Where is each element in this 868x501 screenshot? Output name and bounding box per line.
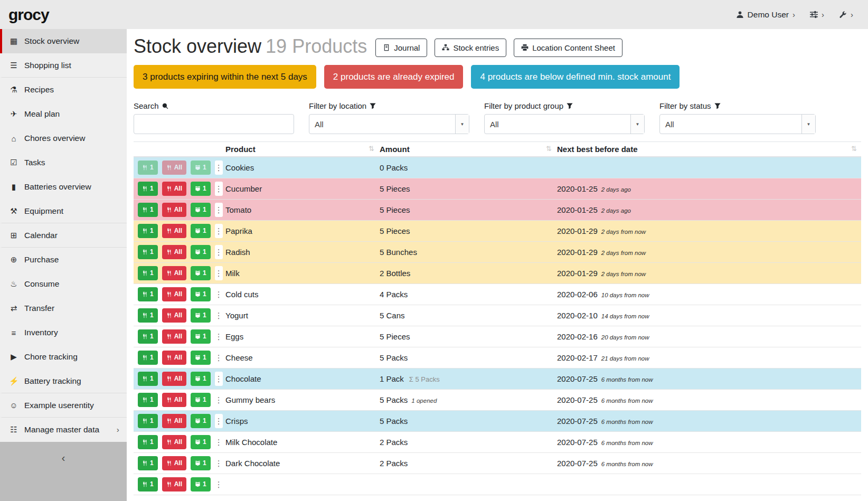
row-menu-button[interactable]: ⋮ xyxy=(215,160,223,175)
search-input[interactable] xyxy=(134,114,294,134)
open-one-button[interactable]: 1 xyxy=(191,287,211,301)
consume-all-button[interactable]: All xyxy=(162,182,186,196)
consume-all-button[interactable]: All xyxy=(162,287,186,301)
sort-icon[interactable]: ⇅ xyxy=(546,145,552,153)
row-menu-button[interactable]: ⋮ xyxy=(215,414,223,428)
consume-one-button[interactable]: 1 xyxy=(138,203,158,217)
consume-all-button[interactable]: All xyxy=(162,477,186,491)
sidebar-item-batteries-overview[interactable]: ▮ Batteries overview xyxy=(0,175,127,199)
row-menu-button[interactable]: ⋮ xyxy=(215,224,223,238)
open-one-button[interactable]: 1 xyxy=(191,329,211,344)
consume-all-button[interactable]: All xyxy=(162,224,186,238)
product-column-header[interactable]: Product⇅ xyxy=(224,142,379,157)
consume-one-button[interactable]: 1 xyxy=(138,393,158,407)
consume-all-button[interactable]: All xyxy=(162,160,186,175)
row-menu-button[interactable]: ⋮ xyxy=(215,393,223,407)
consume-one-button[interactable]: 1 xyxy=(138,182,158,196)
sidebar-item-equipment[interactable]: ⚒ Equipment xyxy=(0,199,127,223)
open-one-button[interactable]: 1 xyxy=(191,477,211,491)
consume-one-button[interactable]: 1 xyxy=(138,160,158,175)
sidebar-item-purchase[interactable]: ⊕ Purchase xyxy=(0,248,127,272)
sidebar-item-manage-master-data[interactable]: ☷ Manage master data › xyxy=(0,418,127,442)
sidebar-item-chore-tracking[interactable]: ▶ Chore tracking xyxy=(0,345,127,369)
open-one-button[interactable]: 1 xyxy=(191,393,211,407)
consume-one-button[interactable]: 1 xyxy=(138,414,158,428)
journal-button[interactable]: Journal xyxy=(375,39,427,57)
open-one-button[interactable]: 1 xyxy=(191,245,211,259)
consume-all-button[interactable]: All xyxy=(162,308,186,323)
sidebar-collapse-button[interactable]: ‹ xyxy=(0,442,127,501)
user-menu[interactable]: Demo User › xyxy=(736,10,795,20)
row-menu-button[interactable]: ⋮ xyxy=(215,329,223,344)
row-menu-button[interactable]: ⋮ xyxy=(215,308,223,323)
open-one-button[interactable]: 1 xyxy=(191,308,211,323)
consume-one-button[interactable]: 1 xyxy=(138,287,158,301)
sidebar-item-example-userentity[interactable]: ☺ Example userentity xyxy=(0,393,127,418)
sidebar-item-tasks[interactable]: ☑ Tasks xyxy=(0,150,127,175)
open-one-button[interactable]: 1 xyxy=(191,182,211,196)
sidebar-item-inventory[interactable]: ≡ Inventory xyxy=(0,320,127,345)
consume-all-button[interactable]: All xyxy=(162,393,186,407)
admin-menu[interactable]: › xyxy=(839,10,853,19)
stock-entries-button[interactable]: Stock entries xyxy=(435,39,506,57)
product-group-filter-select[interactable]: All ▼ xyxy=(484,114,645,134)
row-menu-button[interactable]: ⋮ xyxy=(215,203,223,217)
open-one-button[interactable]: 1 xyxy=(191,351,211,365)
sidebar-item-meal-plan[interactable]: ✈ Meal plan xyxy=(0,102,127,126)
best-before-column-header[interactable]: Next best before date⇅ xyxy=(556,142,861,157)
sidebar-item-calendar[interactable]: ⊞ Calendar xyxy=(0,223,127,248)
sidebar-item-chores-overview[interactable]: ⌂ Chores overview xyxy=(0,126,127,150)
consume-all-button[interactable]: All xyxy=(162,456,186,470)
open-one-button[interactable]: 1 xyxy=(191,224,211,238)
sort-icon[interactable]: ⇅ xyxy=(369,145,374,153)
consume-all-button[interactable]: All xyxy=(162,266,186,280)
open-one-button[interactable]: 1 xyxy=(191,456,211,470)
consume-one-button[interactable]: 1 xyxy=(138,245,158,259)
grocy-logo[interactable]: grocy xyxy=(8,6,49,24)
consume-all-button[interactable]: All xyxy=(162,351,186,365)
consume-all-button[interactable]: All xyxy=(162,414,186,428)
sidebar-item-transfer[interactable]: ⇄ Transfer xyxy=(0,296,127,320)
row-menu-button[interactable]: ⋮ xyxy=(215,245,223,259)
consume-one-button[interactable]: 1 xyxy=(138,329,158,344)
location-content-sheet-button[interactable]: Location Content Sheet xyxy=(514,39,622,57)
open-one-button[interactable]: 1 xyxy=(191,435,211,449)
open-one-button[interactable]: 1 xyxy=(191,372,211,386)
sidebar-item-battery-tracking[interactable]: ⚡ Battery tracking xyxy=(0,369,127,393)
sidebar-item-stock-overview[interactable]: ▦ Stock overview xyxy=(0,29,127,53)
consume-one-button[interactable]: 1 xyxy=(138,351,158,365)
status-filter-select[interactable]: All ▼ xyxy=(659,114,816,134)
row-menu-button[interactable]: ⋮ xyxy=(215,456,223,470)
open-one-button[interactable]: 1 xyxy=(191,266,211,280)
open-one-button[interactable]: 1 xyxy=(191,160,211,175)
row-menu-button[interactable]: ⋮ xyxy=(215,477,223,491)
row-menu-button[interactable]: ⋮ xyxy=(215,435,223,449)
consume-all-button[interactable]: All xyxy=(162,245,186,259)
below-min-stock-alert[interactable]: 4 products are below defined min. stock … xyxy=(471,65,680,89)
settings-menu[interactable]: › xyxy=(810,10,824,19)
consume-one-button[interactable]: 1 xyxy=(138,435,158,449)
consume-one-button[interactable]: 1 xyxy=(138,372,158,386)
consume-all-button[interactable]: All xyxy=(162,203,186,217)
row-menu-button[interactable]: ⋮ xyxy=(215,372,223,386)
sidebar-item-recipes[interactable]: ⚗ Recipes xyxy=(0,78,127,102)
sidebar-item-consume[interactable]: ♨ Consume xyxy=(0,272,127,296)
consume-one-button[interactable]: 1 xyxy=(138,224,158,238)
consume-one-button[interactable]: 1 xyxy=(138,308,158,323)
sidebar-item-shopping-list[interactable]: ☰ Shopping list xyxy=(0,53,127,78)
open-one-button[interactable]: 1 xyxy=(191,414,211,428)
open-one-button[interactable]: 1 xyxy=(191,203,211,217)
row-menu-button[interactable]: ⋮ xyxy=(215,182,223,196)
consume-all-button[interactable]: All xyxy=(162,435,186,449)
consume-one-button[interactable]: 1 xyxy=(138,477,158,491)
sort-icon[interactable]: ⇅ xyxy=(851,145,857,153)
consume-one-button[interactable]: 1 xyxy=(138,266,158,280)
location-filter-select[interactable]: All ▼ xyxy=(309,114,469,134)
row-menu-button[interactable]: ⋮ xyxy=(215,287,223,301)
row-menu-button[interactable]: ⋮ xyxy=(215,351,223,365)
consume-all-button[interactable]: All xyxy=(162,372,186,386)
amount-column-header[interactable]: Amount⇅ xyxy=(379,142,556,157)
expired-products-alert[interactable]: 2 products are already expired xyxy=(324,65,464,89)
consume-all-button[interactable]: All xyxy=(162,329,186,344)
row-menu-button[interactable]: ⋮ xyxy=(215,266,223,280)
